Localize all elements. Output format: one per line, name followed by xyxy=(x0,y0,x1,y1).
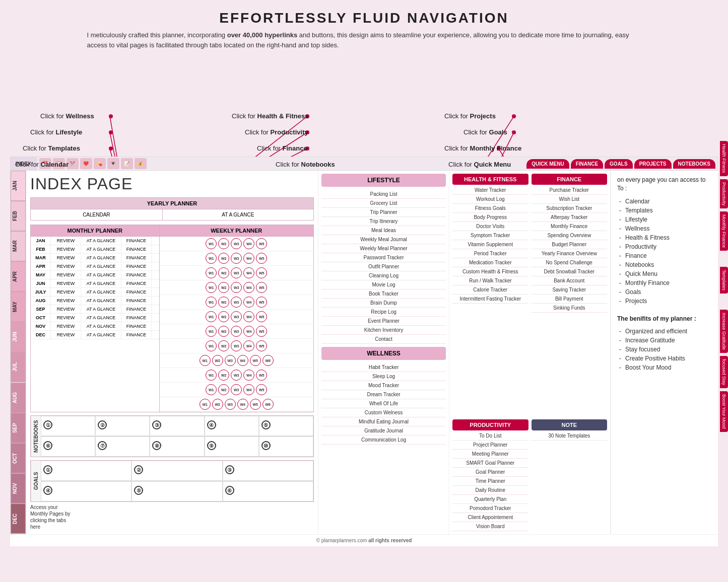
week-btn-aug-w4[interactable]: W4 xyxy=(243,340,254,351)
week-btn-july-w2[interactable]: W2 xyxy=(218,326,229,337)
tab-notebooks[interactable]: NOTEBOOKS xyxy=(673,159,715,169)
health-item-9[interactable]: Custom Health & Fitness xyxy=(452,267,528,276)
goal-cell-2[interactable]: ② xyxy=(131,461,222,481)
wellness-item-1[interactable]: Sleep Log xyxy=(321,372,446,381)
month-glance[interactable]: AT A GLANCE xyxy=(81,305,121,313)
wellness-item-4[interactable]: Whell Of Life xyxy=(321,399,446,408)
week-btn-oct-w5[interactable]: W5 xyxy=(256,370,267,381)
goal-cell-5[interactable]: ⑤ xyxy=(131,481,222,501)
nav-label-goals[interactable]: Click for Goals xyxy=(464,128,507,136)
month-finance[interactable]: FINANCE xyxy=(121,254,152,262)
week-btn-apr-w3[interactable]: W3 xyxy=(231,282,242,293)
week-btn-feb-w5[interactable]: W5 xyxy=(256,253,267,264)
wellness-title[interactable]: WELLNESS xyxy=(321,347,446,360)
week-btn-jan-w1[interactable]: W1 xyxy=(206,238,217,249)
week-btn-sep-w6[interactable]: W6 xyxy=(262,355,274,366)
tab-icon-7[interactable]: 📝 xyxy=(121,158,133,169)
sidebar-access-item-10[interactable]: Goals xyxy=(617,287,710,297)
lifestyle-title[interactable]: LIFESTYLE xyxy=(321,174,446,187)
finance-item-6[interactable]: Budget Planner xyxy=(532,240,608,249)
nav-label-quick-menu[interactable]: Click for Quick Menu xyxy=(448,161,511,168)
notebook-cell-9[interactable]: ⑨ xyxy=(205,437,259,457)
productivity-item-2[interactable]: Meeting Planner xyxy=(452,450,528,459)
lifestyle-item-5[interactable]: Weekly Meal Journal xyxy=(321,235,446,244)
productivity-item-0[interactable]: To Do List xyxy=(452,431,528,441)
finance-item-3[interactable]: Afterpay Tracker xyxy=(532,213,608,222)
nav-label-notebooks[interactable]: Click for Notebooks xyxy=(276,161,335,168)
month-tab-nov[interactable]: NOV xyxy=(11,473,26,503)
week-btn-mar-w3[interactable]: W3 xyxy=(231,267,242,278)
productivity-item-8[interactable]: Pomodord Tracker xyxy=(452,504,528,513)
week-btn-july-w5[interactable]: W5 xyxy=(256,326,267,337)
finance-item-4[interactable]: Monthly Finance xyxy=(532,222,608,231)
month-finance[interactable]: FINANCE xyxy=(121,322,152,330)
month-review[interactable]: REVIEW xyxy=(51,314,81,322)
notebook-cell-5[interactable]: ⑤ xyxy=(259,416,313,436)
finance-item-7[interactable]: Yearly Finance Overview xyxy=(532,249,608,258)
health-item-8[interactable]: Medication Tracker xyxy=(452,258,528,267)
sidebar-access-item-1[interactable]: Templates xyxy=(617,206,710,215)
finance-title[interactable]: FINANCE xyxy=(532,174,608,185)
week-btn-may-w3[interactable]: W3 xyxy=(231,297,242,308)
month-tab-aug[interactable]: AUG xyxy=(11,383,26,413)
sidebar-access-item-7[interactable]: Notebooks xyxy=(617,260,710,269)
sidebar-tab-monthly-finance[interactable]: Monthly Finance xyxy=(720,211,728,251)
finance-item-9[interactable]: Debt Snowball Tracker xyxy=(532,267,608,276)
sidebar-access-item-8[interactable]: Quick Menu xyxy=(617,269,710,278)
health-item-1[interactable]: Workout Log xyxy=(452,195,528,204)
week-btn-sep-w5[interactable]: W5 xyxy=(250,355,261,366)
lifestyle-item-8[interactable]: Outfit Planner xyxy=(321,262,446,271)
month-glance[interactable]: AT A GLANCE xyxy=(81,237,121,245)
sidebar-access-item-9[interactable]: Monthly Finance xyxy=(617,278,710,287)
productivity-item-10[interactable]: Vision Board xyxy=(452,522,528,531)
tab-quick-menu[interactable]: QUICK MENU xyxy=(526,159,569,169)
week-btn-feb-w4[interactable]: W4 xyxy=(243,253,254,264)
finance-item-11[interactable]: Saving Tracker xyxy=(532,285,608,295)
sidebar-tab-templates[interactable]: Templates xyxy=(720,267,728,294)
week-btn-aug-w1[interactable]: W1 xyxy=(206,340,217,351)
week-btn-jun-w5[interactable]: W5 xyxy=(256,311,267,322)
nav-label-templates[interactable]: Click for Templates xyxy=(23,144,80,152)
month-glance[interactable]: AT A GLANCE xyxy=(81,322,121,330)
week-btn-may-w1[interactable]: W1 xyxy=(206,297,217,308)
week-btn-jun-w2[interactable]: W2 xyxy=(218,311,229,322)
sidebar-tab-productivity[interactable]: Productivity xyxy=(720,179,728,209)
wellness-item-7[interactable]: Gratitude Journal xyxy=(321,426,446,435)
month-tab-jun[interactable]: JUN xyxy=(11,322,26,352)
month-review[interactable]: REVIEW xyxy=(51,271,81,279)
lifestyle-item-9[interactable]: Cleaning Log xyxy=(321,271,446,280)
week-btn-jun-w1[interactable]: W1 xyxy=(206,311,217,322)
health-item-11[interactable]: Calorie Tracker xyxy=(452,285,528,295)
sidebar-tab-increase-gratitude[interactable]: Increase Gratitude xyxy=(720,310,728,353)
month-tab-feb[interactable]: FEB xyxy=(11,201,26,231)
week-btn-apr-w1[interactable]: W1 xyxy=(206,282,217,293)
month-review[interactable]: REVIEW xyxy=(51,322,81,330)
month-finance[interactable]: FINANCE xyxy=(121,314,152,322)
lifestyle-item-3[interactable]: Trip Itinerary xyxy=(321,217,446,226)
week-btn-aug-w2[interactable]: W2 xyxy=(218,340,229,351)
week-btn-dec-w1[interactable]: W1 xyxy=(200,399,211,410)
health-item-4[interactable]: Doctor Visits xyxy=(452,222,528,231)
week-btn-nov-w1[interactable]: W1 xyxy=(206,384,217,395)
wellness-item-8[interactable]: Communication Log xyxy=(321,435,446,445)
week-btn-mar-w2[interactable]: W2 xyxy=(218,267,229,278)
health-item-10[interactable]: Run / Walk Tracker xyxy=(452,276,528,285)
week-btn-may-w5[interactable]: W5 xyxy=(256,297,267,308)
sidebar-access-item-6[interactable]: Finance xyxy=(617,251,710,260)
nav-label-projects[interactable]: Click for Projects xyxy=(444,112,496,120)
tab-finance[interactable]: FINANCE xyxy=(571,159,603,169)
month-glance[interactable]: AT A GLANCE xyxy=(81,297,121,305)
week-btn-feb-w1[interactable]: W1 xyxy=(206,253,217,264)
nav-label-monthly-finance[interactable]: Click for Monthly Finance xyxy=(444,144,521,152)
sidebar-access-item-4[interactable]: Health & Fitness xyxy=(617,233,710,242)
health-item-6[interactable]: Vitamin Supplement xyxy=(452,240,528,249)
week-btn-mar-w5[interactable]: W5 xyxy=(256,267,267,278)
wellness-item-6[interactable]: Mindful Eating Journal xyxy=(321,417,446,426)
week-btn-nov-w3[interactable]: W3 xyxy=(231,384,242,395)
month-glance[interactable]: AT A GLANCE xyxy=(81,262,121,270)
week-btn-nov-w5[interactable]: W5 xyxy=(256,384,267,395)
week-btn-may-w4[interactable]: W4 xyxy=(243,297,254,308)
month-glance[interactable]: AT A GLANCE xyxy=(81,254,121,262)
month-tab-sep[interactable]: SEP xyxy=(11,413,26,443)
sidebar-access-item-5[interactable]: Productivity xyxy=(617,242,710,251)
